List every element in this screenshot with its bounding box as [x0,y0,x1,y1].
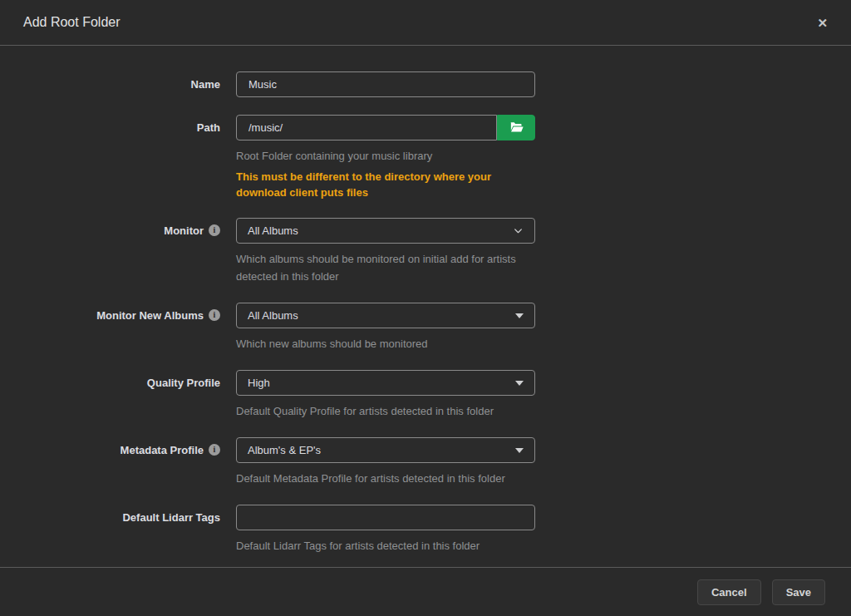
monitor-select[interactable]: All Albums [236,218,535,244]
default-tags-input[interactable] [236,505,535,530]
cancel-button[interactable]: Cancel [697,579,761,605]
quality-profile-select[interactable]: High [236,370,535,396]
path-input[interactable] [236,115,497,140]
default-tags-help-text: Default Lidarr Tags for artists detected… [236,537,535,554]
caret-down-icon [515,313,524,318]
modal-body: Name Path [0,46,851,567]
form-row-default-tags: Default Lidarr Tags Default Lidarr Tags … [25,505,826,554]
chevron-down-icon [513,225,524,236]
metadata-profile-help-text: Default Metadata Profile for artists det… [236,470,535,487]
path-help-text: Root Folder containing your music librar… [236,147,535,165]
name-input[interactable] [236,71,535,97]
info-icon: i [209,309,220,321]
name-label: Name [191,78,220,91]
quality-profile-label: Quality Profile [147,377,220,389]
monitor-new-albums-help-text: Which new albums should be monitored [236,335,535,352]
path-warning-text: This must be different to the directory … [236,169,535,200]
modal-header: Add Root Folder ✕ [0,0,851,46]
monitor-select-value: All Albums [248,224,298,237]
monitor-new-albums-select-value: All Albums [248,309,298,322]
quality-profile-help-text: Default Quality Profile for artists dete… [236,402,535,420]
modal-title: Add Root Folder [23,15,121,30]
path-label: Path [197,121,220,134]
form-row-monitor: Monitor i All Albums Which albums should… [25,218,826,285]
browse-folder-button[interactable] [497,115,535,140]
folder-open-icon [509,121,524,134]
form-row-name: Name [25,71,826,97]
metadata-profile-select-value: Album's & EP's [248,444,321,456]
path-input-group [236,115,535,140]
metadata-profile-select[interactable]: Album's & EP's [236,437,535,463]
add-root-folder-modal: Add Root Folder ✕ Name Path [0,0,851,616]
caret-down-icon [515,381,524,386]
save-button[interactable]: Save [772,579,825,605]
caret-down-icon [515,448,524,453]
close-icon[interactable]: ✕ [817,17,828,29]
form-row-monitor-new-albums: Monitor New Albums i All Albums Which ne… [25,303,826,352]
form-row-quality-profile: Quality Profile High Default Quality Pro… [25,370,826,420]
form-row-path: Path Root Folder containing your musi [25,115,826,200]
form-row-metadata-profile: Metadata Profile i Album's & EP's Defaul… [25,437,826,487]
monitor-label: Monitor [164,224,204,237]
quality-profile-select-value: High [248,377,270,389]
monitor-help-text: Which albums should be monitored on init… [236,250,535,285]
modal-footer: Cancel Save [0,567,851,616]
monitor-new-albums-select[interactable]: All Albums [236,303,535,328]
metadata-profile-label: Metadata Profile [121,444,204,456]
default-tags-label: Default Lidarr Tags [122,511,220,524]
monitor-new-albums-label: Monitor New Albums [96,309,204,322]
info-icon: i [209,224,220,236]
info-icon: i [209,444,220,456]
